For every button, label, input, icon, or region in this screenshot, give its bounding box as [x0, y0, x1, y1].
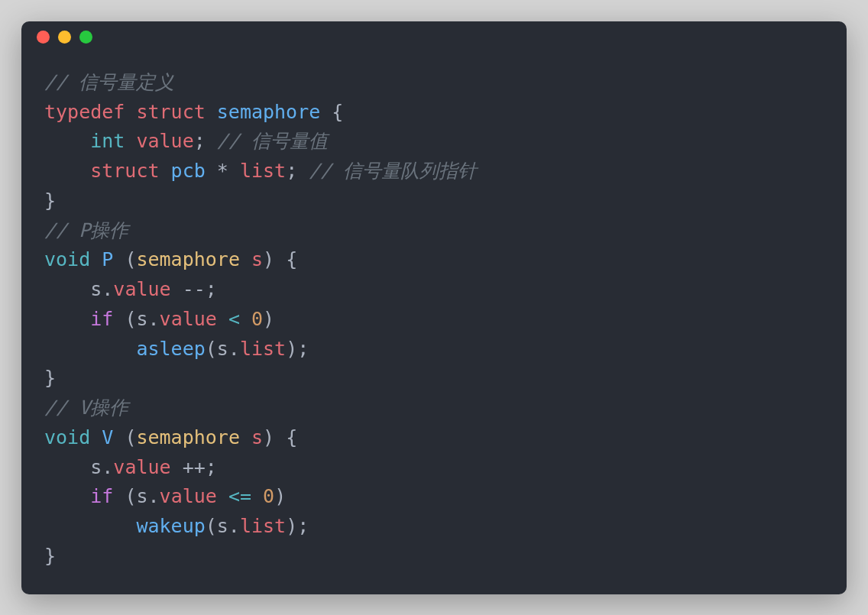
operator-lte: <=: [228, 485, 251, 507]
number-zero: 0: [251, 308, 263, 330]
comment-line: // 信号量值: [217, 130, 328, 152]
keyword-struct: struct: [136, 101, 205, 123]
param-s: s: [251, 248, 263, 270]
ident-s: s: [136, 485, 147, 507]
paren: ): [286, 338, 297, 360]
ident-s: s: [217, 515, 228, 537]
typename-pcb: pcb: [171, 160, 206, 182]
comment-line: // P操作: [44, 219, 128, 241]
semicolon: ;: [286, 160, 297, 182]
param-type: semaphore: [136, 248, 239, 270]
keyword-struct: struct: [90, 160, 159, 182]
brace: }: [44, 545, 56, 567]
dot: .: [228, 338, 240, 360]
field-list: list: [240, 160, 286, 182]
brace: }: [44, 367, 56, 389]
function-v: V: [102, 426, 113, 448]
dot: .: [148, 308, 160, 330]
brace: {: [332, 101, 343, 123]
ident-s: s: [90, 278, 102, 300]
paren: ): [274, 485, 286, 507]
dot: .: [102, 456, 113, 478]
field-value: value: [160, 308, 217, 330]
brace: {: [286, 426, 297, 448]
semicolon: ;: [206, 456, 217, 478]
keyword-int: int: [90, 130, 125, 152]
typename-semaphore: semaphore: [217, 101, 320, 123]
comment-line: // 信号量定义: [44, 71, 174, 93]
paren: (: [206, 515, 217, 537]
ident-s: s: [217, 338, 228, 360]
brace: }: [44, 189, 56, 212]
keyword-typedef: typedef: [44, 101, 125, 123]
semicolon: ;: [297, 338, 309, 360]
field-value: value: [136, 130, 193, 152]
dot: .: [102, 278, 113, 300]
window-titlebar: [21, 21, 847, 53]
keyword-if: if: [90, 485, 113, 507]
keyword-void: void: [44, 426, 90, 448]
minimize-icon[interactable]: [58, 31, 71, 44]
operator-lt: <: [228, 308, 240, 330]
ident-s: s: [90, 456, 102, 478]
function-p: P: [102, 248, 113, 270]
paren: (: [125, 426, 136, 448]
dot: .: [148, 485, 160, 507]
code-window: // 信号量定义 typedef struct semaphore { int …: [21, 21, 847, 594]
semicolon: ;: [206, 278, 217, 300]
field-value: value: [113, 456, 170, 478]
comment-line: // V操作: [44, 397, 128, 419]
comment-line: // 信号量队列指针: [309, 160, 477, 182]
paren: ): [263, 248, 274, 270]
dot: .: [228, 515, 240, 537]
number-zero: 0: [263, 485, 274, 507]
field-list: list: [240, 338, 286, 360]
function-asleep: asleep: [136, 338, 205, 360]
field-value: value: [160, 485, 217, 507]
paren: (: [125, 308, 136, 330]
semicolon: ;: [297, 515, 309, 537]
close-icon[interactable]: [37, 31, 50, 44]
brace: {: [286, 248, 297, 270]
keyword-void: void: [44, 248, 90, 270]
paren: ): [263, 308, 274, 330]
keyword-if: if: [90, 308, 113, 330]
operator-star: *: [217, 160, 228, 182]
paren: (: [125, 485, 136, 507]
paren: ): [286, 515, 297, 537]
paren: ): [263, 426, 274, 448]
paren: (: [125, 248, 136, 270]
maximize-icon[interactable]: [79, 31, 92, 44]
operator-decr: --: [183, 278, 206, 300]
field-list: list: [240, 515, 286, 537]
semicolon: ;: [194, 130, 206, 152]
function-wakeup: wakeup: [136, 515, 205, 537]
ident-s: s: [136, 308, 147, 330]
operator-incr: ++: [183, 456, 206, 478]
paren: (: [206, 338, 217, 360]
code-content: // 信号量定义 typedef struct semaphore { int …: [21, 53, 847, 594]
field-value: value: [113, 278, 170, 300]
param-type: semaphore: [136, 426, 239, 448]
param-s: s: [251, 426, 263, 448]
